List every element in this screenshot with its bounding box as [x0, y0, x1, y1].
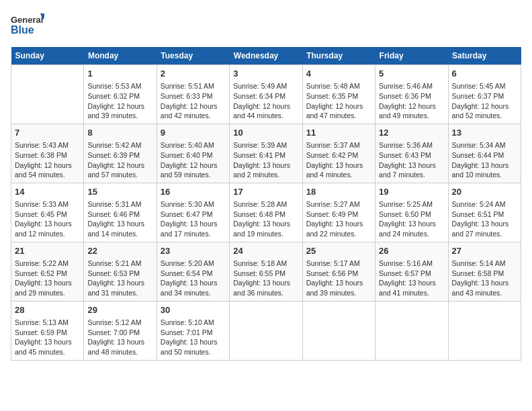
- day-info: Sunrise: 5:46 AM Sunset: 6:36 PM Dayligh…: [379, 81, 444, 121]
- calendar-cell: 13Sunrise: 5:34 AM Sunset: 6:44 PM Dayli…: [448, 124, 521, 183]
- day-number: 3: [233, 68, 298, 80]
- day-info: Sunrise: 5:49 AM Sunset: 6:34 PM Dayligh…: [233, 81, 298, 121]
- calendar-cell: 18Sunrise: 5:27 AM Sunset: 6:49 PM Dayli…: [302, 183, 375, 242]
- calendar-cell: 27Sunrise: 5:14 AM Sunset: 6:58 PM Dayli…: [448, 242, 521, 301]
- day-info: Sunrise: 5:22 AM Sunset: 6:52 PM Dayligh…: [15, 259, 80, 298]
- calendar-cell: 17Sunrise: 5:28 AM Sunset: 6:48 PM Dayli…: [230, 183, 302, 242]
- day-info: Sunrise: 5:27 AM Sunset: 6:49 PM Dayligh…: [306, 199, 371, 239]
- calendar-cell: 12Sunrise: 5:36 AM Sunset: 6:43 PM Dayli…: [375, 124, 448, 183]
- svg-text:Blue: Blue: [11, 24, 34, 36]
- calendar-cell: 8Sunrise: 5:42 AM Sunset: 6:39 PM Daylig…: [84, 124, 157, 183]
- day-info: Sunrise: 5:16 AM Sunset: 6:57 PM Dayligh…: [379, 259, 444, 298]
- calendar-cell: 16Sunrise: 5:30 AM Sunset: 6:47 PM Dayli…: [157, 183, 229, 242]
- day-number: 25: [306, 245, 371, 257]
- day-info: Sunrise: 5:39 AM Sunset: 6:41 PM Dayligh…: [233, 140, 298, 180]
- day-number: 10: [233, 127, 298, 139]
- day-info: Sunrise: 5:14 AM Sunset: 6:58 PM Dayligh…: [452, 259, 517, 298]
- page-header: General Blue: [11, 11, 521, 39]
- calendar-cell: [11, 65, 84, 124]
- day-info: Sunrise: 5:51 AM Sunset: 6:33 PM Dayligh…: [161, 81, 226, 121]
- day-info: Sunrise: 5:24 AM Sunset: 6:51 PM Dayligh…: [452, 199, 517, 239]
- calendar-cell: 2Sunrise: 5:51 AM Sunset: 6:33 PM Daylig…: [157, 65, 229, 124]
- day-number: 2: [161, 68, 226, 80]
- calendar-week-row: 14Sunrise: 5:33 AM Sunset: 6:45 PM Dayli…: [11, 183, 521, 242]
- calendar-table: SundayMondayTuesdayWednesdayThursdayFrid…: [11, 47, 521, 361]
- calendar-body: 1Sunrise: 5:53 AM Sunset: 6:32 PM Daylig…: [11, 65, 521, 361]
- day-info: Sunrise: 5:48 AM Sunset: 6:35 PM Dayligh…: [306, 81, 371, 121]
- calendar-cell: [448, 301, 521, 360]
- day-number: 21: [15, 245, 80, 257]
- calendar-week-row: 21Sunrise: 5:22 AM Sunset: 6:52 PM Dayli…: [11, 242, 521, 301]
- day-number: 16: [161, 186, 226, 198]
- day-info: Sunrise: 5:33 AM Sunset: 6:45 PM Dayligh…: [15, 199, 80, 239]
- calendar-cell: 30Sunrise: 5:10 AM Sunset: 7:01 PM Dayli…: [157, 301, 229, 360]
- calendar-cell: 29Sunrise: 5:12 AM Sunset: 7:00 PM Dayli…: [84, 301, 157, 360]
- day-info: Sunrise: 5:42 AM Sunset: 6:39 PM Dayligh…: [87, 140, 152, 180]
- day-number: 29: [87, 304, 152, 316]
- day-number: 12: [379, 127, 444, 139]
- calendar-cell: 25Sunrise: 5:17 AM Sunset: 6:56 PM Dayli…: [302, 242, 375, 301]
- logo: General Blue: [11, 11, 44, 39]
- day-info: Sunrise: 5:10 AM Sunset: 7:01 PM Dayligh…: [161, 318, 226, 357]
- day-info: Sunrise: 5:37 AM Sunset: 6:42 PM Dayligh…: [306, 140, 371, 180]
- calendar-cell: 10Sunrise: 5:39 AM Sunset: 6:41 PM Dayli…: [230, 124, 302, 183]
- calendar-cell: 19Sunrise: 5:25 AM Sunset: 6:50 PM Dayli…: [375, 183, 448, 242]
- calendar-cell: 23Sunrise: 5:20 AM Sunset: 6:54 PM Dayli…: [157, 242, 229, 301]
- day-info: Sunrise: 5:28 AM Sunset: 6:48 PM Dayligh…: [233, 199, 298, 239]
- day-number: 27: [452, 245, 517, 257]
- day-info: Sunrise: 5:25 AM Sunset: 6:50 PM Dayligh…: [379, 199, 444, 239]
- calendar-cell: [230, 301, 302, 360]
- day-info: Sunrise: 5:21 AM Sunset: 6:53 PM Dayligh…: [87, 259, 152, 298]
- day-info: Sunrise: 5:30 AM Sunset: 6:47 PM Dayligh…: [161, 199, 226, 239]
- day-info: Sunrise: 5:13 AM Sunset: 6:59 PM Dayligh…: [15, 318, 80, 357]
- day-number: 30: [161, 304, 226, 316]
- day-number: 7: [15, 127, 80, 139]
- calendar-cell: 21Sunrise: 5:22 AM Sunset: 6:52 PM Dayli…: [11, 242, 84, 301]
- calendar-cell: 3Sunrise: 5:49 AM Sunset: 6:34 PM Daylig…: [230, 65, 302, 124]
- day-info: Sunrise: 5:40 AM Sunset: 6:40 PM Dayligh…: [161, 140, 226, 180]
- calendar-week-row: 1Sunrise: 5:53 AM Sunset: 6:32 PM Daylig…: [11, 65, 521, 124]
- day-number: 26: [379, 245, 444, 257]
- day-number: 13: [452, 127, 517, 139]
- day-number: 11: [306, 127, 371, 139]
- day-number: 6: [452, 68, 517, 80]
- calendar-cell: 5Sunrise: 5:46 AM Sunset: 6:36 PM Daylig…: [375, 65, 448, 124]
- day-number: 15: [87, 186, 152, 198]
- day-number: 9: [161, 127, 226, 139]
- day-header-friday: Friday: [375, 47, 448, 65]
- day-number: 1: [87, 68, 152, 80]
- day-number: 23: [161, 245, 226, 257]
- day-info: Sunrise: 5:43 AM Sunset: 6:38 PM Dayligh…: [15, 140, 80, 180]
- day-info: Sunrise: 5:18 AM Sunset: 6:55 PM Dayligh…: [233, 259, 298, 298]
- day-header-wednesday: Wednesday: [230, 47, 302, 65]
- calendar-header: SundayMondayTuesdayWednesdayThursdayFrid…: [11, 47, 521, 65]
- day-number: 24: [233, 245, 298, 257]
- calendar-cell: [302, 301, 375, 360]
- day-number: 19: [379, 186, 444, 198]
- calendar-cell: 22Sunrise: 5:21 AM Sunset: 6:53 PM Dayli…: [84, 242, 157, 301]
- day-info: Sunrise: 5:36 AM Sunset: 6:43 PM Dayligh…: [379, 140, 444, 180]
- day-header-thursday: Thursday: [302, 47, 375, 65]
- calendar-cell: 20Sunrise: 5:24 AM Sunset: 6:51 PM Dayli…: [448, 183, 521, 242]
- calendar-cell: [375, 301, 448, 360]
- calendar-cell: 4Sunrise: 5:48 AM Sunset: 6:35 PM Daylig…: [302, 65, 375, 124]
- svg-text:General: General: [11, 15, 43, 25]
- calendar-week-row: 28Sunrise: 5:13 AM Sunset: 6:59 PM Dayli…: [11, 301, 521, 360]
- day-info: Sunrise: 5:20 AM Sunset: 6:54 PM Dayligh…: [161, 259, 226, 298]
- day-number: 4: [306, 68, 371, 80]
- day-header-saturday: Saturday: [448, 47, 521, 65]
- day-number: 22: [87, 245, 152, 257]
- day-number: 17: [233, 186, 298, 198]
- days-header-row: SundayMondayTuesdayWednesdayThursdayFrid…: [11, 47, 521, 65]
- calendar-cell: 24Sunrise: 5:18 AM Sunset: 6:55 PM Dayli…: [230, 242, 302, 301]
- calendar-cell: 11Sunrise: 5:37 AM Sunset: 6:42 PM Dayli…: [302, 124, 375, 183]
- day-info: Sunrise: 5:34 AM Sunset: 6:44 PM Dayligh…: [452, 140, 517, 180]
- day-number: 18: [306, 186, 371, 198]
- day-header-tuesday: Tuesday: [157, 47, 229, 65]
- calendar-week-row: 7Sunrise: 5:43 AM Sunset: 6:38 PM Daylig…: [11, 124, 521, 183]
- calendar-cell: 1Sunrise: 5:53 AM Sunset: 6:32 PM Daylig…: [84, 65, 157, 124]
- day-number: 5: [379, 68, 444, 80]
- day-number: 8: [87, 127, 152, 139]
- logo-svg: General Blue: [11, 11, 44, 39]
- day-number: 28: [15, 304, 80, 316]
